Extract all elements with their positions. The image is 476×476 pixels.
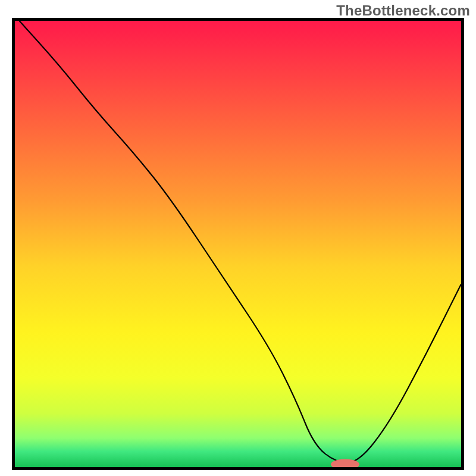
chart-background	[15, 21, 461, 467]
chart-svg	[15, 21, 461, 467]
chart-container: TheBottleneck.com	[0, 0, 476, 476]
watermark-text: TheBottleneck.com	[336, 2, 470, 19]
plot-frame	[12, 18, 464, 470]
